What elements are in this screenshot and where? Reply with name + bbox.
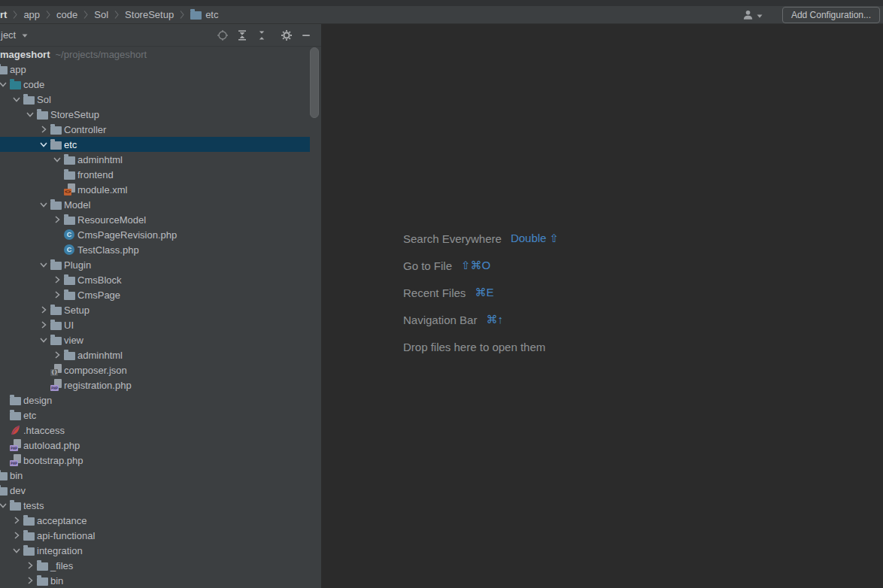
chevron-collapsed-icon[interactable] — [23, 559, 37, 571]
tree-item-frontend[interactable]: frontend — [0, 167, 321, 182]
tree-item-cmspage[interactable]: CmsPage — [0, 287, 321, 302]
chevron-expanded-icon[interactable] — [50, 153, 64, 165]
chevron-expanded-icon[interactable] — [37, 334, 50, 346]
editor-empty-area: Search EverywhereDouble ⇧Go to File⇧⌘ORe… — [321, 24, 883, 588]
chevron-expanded-icon[interactable] — [23, 108, 37, 120]
tree-item-code[interactable]: code — [0, 77, 321, 92]
tree-item-files[interactable]: _files — [0, 558, 321, 573]
tree-item-sol[interactable]: Sol — [0, 92, 321, 107]
breadcrumb-item-code[interactable]: code — [56, 9, 77, 20]
shortcut-row-search-everywhere: Search EverywhereDouble ⇧ — [403, 225, 559, 252]
shortcut-keys: ⌘↑ — [486, 313, 503, 326]
tree-item-label: Setup — [64, 305, 90, 316]
php-class-icon: C — [64, 244, 74, 255]
chevron-expanded-icon[interactable] — [0, 78, 10, 90]
chevron-collapsed-icon[interactable] — [23, 574, 37, 586]
tree-item-etc[interactable]: etc — [0, 408, 321, 423]
chevron-placeholder — [0, 409, 10, 421]
tree-item-project-root[interactable]: mageshort ~/projects/mageshort — [0, 47, 321, 62]
chevron-expanded-icon[interactable] — [37, 259, 50, 271]
add-configuration-button[interactable]: Add Configuration... — [782, 7, 880, 23]
tree-item-ui[interactable]: UI — [0, 317, 321, 332]
tree-item-adminhtml[interactable]: adminhtml — [0, 152, 321, 167]
breadcrumb-item-sol[interactable]: Sol — [94, 9, 108, 20]
user-menu[interactable] — [742, 8, 763, 22]
shortcut-label: Navigation Bar — [403, 314, 477, 326]
chevron-collapsed-icon[interactable] — [50, 349, 64, 361]
tree-item-tests[interactable]: tests — [0, 498, 321, 513]
tree-item-view[interactable]: view — [0, 332, 321, 347]
folder-icon — [23, 547, 35, 556]
breadcrumb-item-rt[interactable]: rt — [0, 9, 7, 20]
settings-gear-icon[interactable] — [281, 29, 293, 41]
tree-item-module-xml[interactable]: <>module.xml — [0, 182, 321, 197]
project-root-name: mageshort — [0, 49, 50, 60]
project-panel-header: ject — [0, 24, 321, 47]
tree-item-htaccess[interactable]: .htaccess — [0, 423, 321, 438]
tree-scrollbar-thumb[interactable] — [310, 47, 319, 118]
tree-item-controller[interactable]: Controller — [0, 122, 321, 137]
tree-item-label: TestClass.php — [77, 244, 139, 256]
chevron-collapsed-icon[interactable] — [50, 214, 64, 226]
tree-item-plugin[interactable]: Plugin — [0, 257, 321, 272]
folder-icon — [64, 217, 75, 225]
tree-item-etc[interactable]: etc — [0, 137, 310, 152]
tree-item-label: CmsPage — [77, 289, 120, 301]
tree-item-integration[interactable]: integration — [0, 543, 321, 558]
chevron-collapsed-icon[interactable] — [10, 514, 23, 526]
php-file-icon: PHP — [50, 379, 63, 391]
folder-icon — [64, 277, 75, 285]
project-panel-title[interactable]: ject — [1, 29, 28, 41]
tree-item-model[interactable]: Model — [0, 197, 321, 212]
expand-all-icon[interactable] — [236, 29, 248, 41]
chevron-placeholder — [0, 424, 10, 436]
tree-item-label: dev — [10, 485, 26, 496]
tree-item-dev[interactable]: dev — [0, 483, 321, 498]
tree-item-label: StoreSetup — [50, 109, 99, 120]
chevron-expanded-icon[interactable] — [37, 199, 50, 211]
tree-item-resourcemodel[interactable]: ResourceModel — [0, 212, 321, 227]
tree-item-storesetup[interactable]: StoreSetup — [0, 107, 321, 122]
tree-item-cmspagerevision-php[interactable]: CCmsPageRevision.php — [0, 227, 321, 242]
chevron-collapsed-icon[interactable] — [37, 123, 50, 135]
tree-item-label: bin — [50, 575, 63, 586]
hide-panel-icon[interactable] — [300, 29, 312, 41]
tree-item-composer-json[interactable]: {}composer.json — [0, 362, 321, 377]
tree-item-registration-php[interactable]: PHPregistration.php — [0, 377, 321, 393]
breadcrumb-item-app[interactable]: app — [23, 9, 40, 20]
chevron-expanded-icon[interactable] — [10, 544, 23, 556]
chevron-collapsed-icon[interactable] — [37, 319, 50, 331]
locate-icon[interactable] — [217, 29, 229, 41]
tree-item-cmsblock[interactable]: CmsBlock — [0, 272, 321, 287]
chevron-expanded-icon[interactable] — [0, 499, 10, 511]
collapse-all-icon[interactable] — [256, 29, 268, 41]
tree-item-acceptance[interactable]: acceptance — [0, 513, 321, 528]
tree-item-testclass-php[interactable]: CTestClass.php — [0, 242, 321, 257]
htaccess-file-icon — [10, 425, 21, 436]
chevron-collapsed-icon[interactable] — [50, 274, 64, 286]
tree-item-label: view — [64, 335, 83, 346]
chevron-expanded-icon[interactable] — [10, 93, 23, 105]
shortcut-row-navigation-bar: Navigation Bar⌘↑ — [403, 306, 559, 333]
tree-item-app[interactable]: app — [0, 62, 321, 77]
chevron-down-icon — [757, 8, 763, 22]
tree-item-bin[interactable]: bin — [0, 468, 321, 483]
tree-item-api-functional[interactable]: api-functional — [0, 528, 321, 543]
chevron-expanded-icon[interactable] — [37, 138, 50, 150]
chevron-collapsed-icon[interactable] — [50, 289, 64, 301]
breadcrumb-item-storesetup[interactable]: StoreSetup — [125, 9, 174, 20]
chevron-collapsed-icon[interactable] — [37, 304, 50, 316]
tree-item-autoload-php[interactable]: PHPautoload.php — [0, 438, 321, 453]
tree-item-bootstrap-php[interactable]: PHPbootstrap.php — [0, 453, 321, 468]
breadcrumb-item-etc[interactable]: etc — [190, 9, 218, 20]
tree-item-label: adminhtml — [77, 154, 123, 165]
tree-item-bin[interactable]: bin — [0, 573, 321, 588]
tree-item-label: ResourceModel — [77, 214, 146, 226]
chevron-collapsed-icon[interactable] — [10, 529, 23, 541]
tree-item-design[interactable]: design — [0, 393, 321, 408]
folder-icon — [23, 517, 35, 526]
tree-item-label: .htaccess — [23, 425, 65, 436]
tree-item-setup[interactable]: Setup — [0, 302, 321, 317]
chevron-placeholder — [37, 364, 50, 376]
tree-item-adminhtml[interactable]: adminhtml — [0, 347, 321, 362]
